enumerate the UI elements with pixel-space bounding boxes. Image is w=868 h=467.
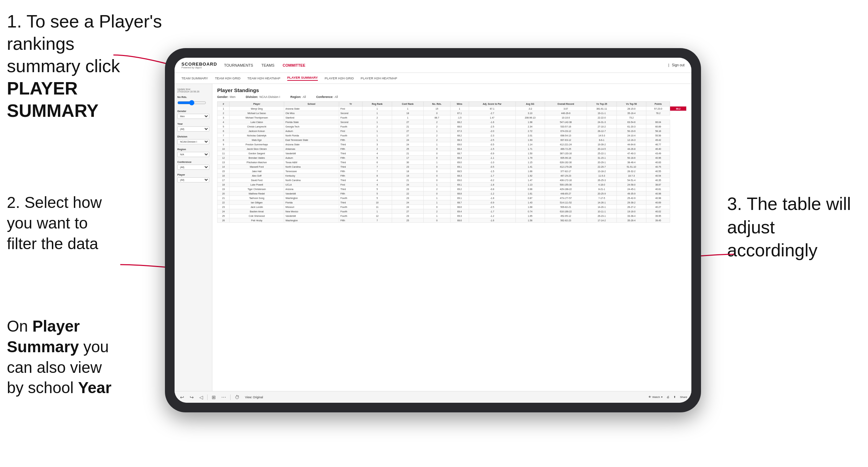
share-button[interactable]: Share: [680, 396, 687, 399]
table-cell: 19-39-2: [587, 142, 617, 147]
table-cell: 509-82-21: [545, 205, 587, 209]
table-cell: 40.98: [646, 191, 670, 196]
table-cell: David Ford: [230, 178, 284, 182]
table-cell: 67.3: [450, 129, 469, 133]
main-content: Update time: 27/03/2024 16:56:26 No Rds.…: [175, 84, 691, 391]
table-cell: Jack Lundin: [230, 205, 284, 209]
player-select[interactable]: (All): [177, 177, 209, 182]
table-cell: Florida: [284, 200, 339, 205]
table-cell: 11: [363, 205, 392, 209]
nav-teams[interactable]: TEAMS: [261, 62, 275, 69]
more-button[interactable]: ⋯: [220, 394, 227, 401]
instruction-sub: On PlayerSummary youcan also viewby scho…: [7, 316, 131, 398]
year-select[interactable]: (All): [177, 126, 209, 132]
table-cell: -1.2: [469, 214, 515, 218]
table-cell: 6: [363, 160, 392, 165]
sign-out-link[interactable]: Sign out: [672, 63, 685, 67]
table-cell: -0.8: [469, 187, 515, 191]
table-cell: Third: [339, 142, 362, 147]
table-cell: 21: [218, 196, 230, 200]
table-cell: Alex Goff: [230, 174, 284, 178]
table-cell: 6: [218, 129, 230, 133]
redo-button[interactable]: ↪: [188, 394, 195, 401]
table-cell: Third: [339, 200, 362, 205]
table-cell: 40.98: [646, 196, 670, 200]
table-cell: 55.56: [646, 133, 670, 138]
table-cell: 1.15: [515, 160, 545, 165]
nav-right: | Sign out: [668, 63, 685, 67]
table-cell: 467-29-23: [545, 174, 587, 178]
table-cell: 1.14: [515, 142, 545, 147]
subnav-team-summary[interactable]: TEAM SUMMARY: [181, 76, 208, 80]
table-cell: 12: [363, 214, 392, 218]
table-cell: 68.4: [450, 147, 469, 151]
table-row: 6Jackson KoivunAuburnFirst127167.3-2.02.…: [218, 129, 687, 133]
table-cell: 1.13: [515, 182, 545, 187]
toolbar-right: 👁 Watch ▾ 🖨 ⬆ Share: [648, 396, 687, 399]
table-cell: 473-177-57: [545, 196, 587, 200]
undo-button[interactable]: ↩: [179, 394, 186, 401]
table-cell: 69.0: [450, 142, 469, 147]
table-cell: 1.56: [515, 218, 545, 223]
table-cell: Cole Sherwood: [230, 214, 284, 218]
table-cell: Washington: [284, 196, 339, 200]
table-cell: 38.87: [646, 182, 670, 187]
table-cell: 11: [218, 151, 230, 156]
copy-button[interactable]: ⊞: [210, 394, 217, 401]
nav-committee[interactable]: COMMITTEE: [283, 62, 305, 69]
division-select[interactable]: NCAA Division I: [177, 139, 209, 144]
table-cell: 22-29-7: [587, 165, 617, 169]
table-cell: 14-20-1: [587, 205, 617, 209]
top-navigation: SCOREBOARD Powered by clipp'd TOURNAMENT…: [175, 58, 691, 73]
table-cell: 23: [392, 196, 424, 200]
subnav-player-summary[interactable]: PLAYER SUMMARY: [287, 76, 318, 81]
table-cell: Fifth: [339, 218, 362, 223]
table-cell: 4-18-0: [587, 182, 617, 187]
nav-pipe: |: [668, 63, 669, 67]
table-cell: Second: [339, 111, 362, 115]
table-cell: 24-31-3: [587, 120, 617, 124]
table-cell: 1: [363, 129, 392, 133]
export-button[interactable]: ⬆: [674, 396, 676, 399]
conference-select[interactable]: (All): [177, 165, 209, 170]
table-cell: -2.5: [469, 205, 515, 209]
no-rds-slider[interactable]: [177, 100, 206, 105]
table-cell: 25-22-1: [587, 151, 617, 156]
subnav-team-h2h-heatmap[interactable]: TEAM H2H HEATMAP: [247, 76, 280, 80]
table-header: # Player School Yr Reg Rank Conf Rank No…: [218, 102, 687, 107]
subnav-player-h2h-grid[interactable]: PLAYER H2H GRID: [325, 76, 354, 80]
col-school: School: [284, 102, 339, 107]
table-row: 11Gordon SargentVanderbiltThird421068.7-…: [218, 151, 687, 156]
table-cell: 40.35: [646, 178, 670, 182]
table-cell: 30: [392, 160, 424, 165]
table-cell: 2: [218, 111, 230, 115]
watch-button[interactable]: 👁 Watch ▾: [648, 396, 662, 399]
subnav-player-h2h-heatmap[interactable]: PLAYER H2H HEATMAP: [361, 76, 397, 80]
back-button[interactable]: ◁: [198, 394, 204, 401]
table-cell: 1.66: [515, 169, 545, 174]
table-cell: Third: [339, 160, 362, 165]
table-cell: North Carolina: [284, 165, 339, 169]
table-cell: First: [339, 107, 362, 111]
table-cell: Luke Powell: [230, 182, 284, 187]
print-button[interactable]: 🖨: [667, 396, 669, 399]
subnav-team-h2h-grid[interactable]: TEAM H2H GRID: [215, 76, 240, 80]
sidebar-region: Region N/A: [177, 148, 209, 157]
table-cell: 452-95-12: [545, 214, 587, 218]
nav-tournaments[interactable]: TOURNAMENTS: [224, 62, 253, 69]
table-cell: 10: [363, 200, 392, 205]
region-select[interactable]: N/A: [177, 152, 209, 157]
table-cell: 19-16-0: [616, 209, 646, 214]
table-cell: 387-133-16: [545, 151, 587, 156]
table-cell: 674-33-12: [545, 129, 587, 133]
table-cell: 3.07: [545, 107, 587, 111]
table-filters: Gender: Men Division: NCAA Division I Re…: [217, 95, 687, 99]
table-cell: 377-82-17: [545, 169, 587, 174]
table-row: 4Luke ClatonFlorida StateSecond127268.2-…: [218, 120, 687, 124]
table-cell: 607-63-12: [545, 138, 587, 142]
gender-select[interactable]: Men: [177, 114, 209, 119]
table-cell: 73.2: [616, 115, 646, 120]
clock-button[interactable]: ⏱: [233, 394, 241, 401]
table-cell: 3: [363, 142, 392, 147]
table-cell: 2: [423, 138, 450, 142]
